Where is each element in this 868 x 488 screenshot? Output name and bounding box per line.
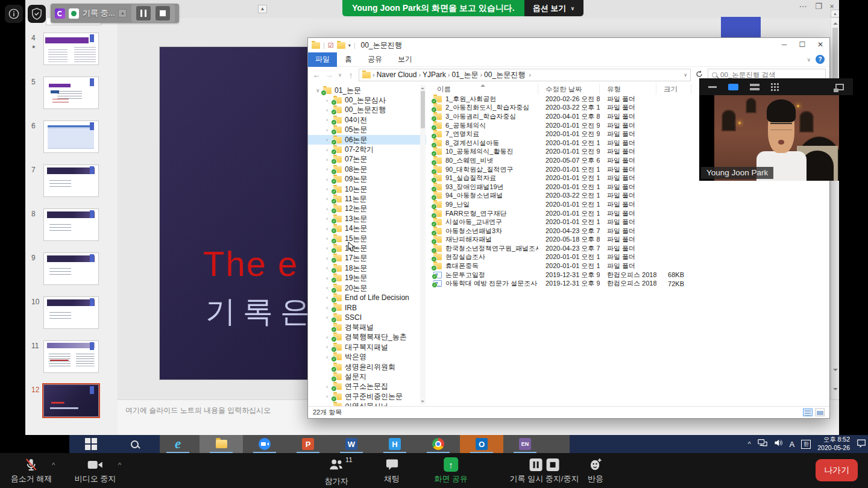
- share-screen-button[interactable]: ↑ 화면 공유: [434, 457, 468, 484]
- ppt-restore-icon[interactable]: ❐: [813, 2, 825, 11]
- tab-file[interactable]: 파일: [308, 52, 337, 67]
- tree-item[interactable]: › 13논문: [308, 214, 426, 224]
- scroll-down-icon[interactable]: [421, 401, 424, 404]
- taskbar-app-button[interactable]: P: [286, 435, 330, 453]
- tree-item[interactable]: › 00_논문심사: [308, 95, 426, 105]
- active-speaker-view-icon[interactable]: [728, 84, 738, 90]
- slide-thumbnail[interactable]: 7: [25, 162, 118, 206]
- tree-item[interactable]: › SSCI: [308, 313, 426, 322]
- stop-video-button[interactable]: 비디오 중지: [75, 457, 116, 484]
- file-row[interactable]: 휴대폰중독 2020-01-01 오전 10:01 파일 폴더: [430, 261, 829, 271]
- tree-scrollbar[interactable]: [420, 85, 426, 405]
- scrollbar-thumb[interactable]: [421, 91, 425, 128]
- explorer-titlebar[interactable]: | ☑ ▾ | 00_논문진행 ─ ☐ ✕: [308, 38, 829, 52]
- network-icon[interactable]: [758, 439, 767, 449]
- taskbar-app-button[interactable]: O: [460, 435, 503, 453]
- large-icons-view-icon[interactable]: [815, 408, 825, 416]
- file-row[interactable]: 현장실습조사 2020-01-01 오전 10:01 파일 폴더: [430, 253, 829, 262]
- address-dropdown-icon[interactable]: ∨: [684, 72, 687, 78]
- tree-item[interactable]: › End of Life Decision: [308, 293, 426, 302]
- close-button[interactable]: ✕: [811, 38, 829, 51]
- taskbar-app-button[interactable]: [243, 435, 286, 453]
- taskbar-app-button[interactable]: H: [373, 435, 417, 453]
- file-row[interactable]: 시설아동_교내연구 2020-01-01 오전 10:01 파일 폴더: [430, 217, 829, 227]
- stop-icon[interactable]: [547, 458, 559, 471]
- tree-item[interactable]: › 08논문: [308, 164, 426, 174]
- tree-item[interactable]: › 06논문: [308, 135, 426, 145]
- tree-item[interactable]: › 07-2학기: [308, 145, 426, 154]
- ribbon-pin-icon[interactable]: ▲: [258, 5, 267, 13]
- tree-item-root[interactable]: ∨ 01_논문: [308, 86, 426, 95]
- tree-item[interactable]: › IRB: [308, 303, 426, 313]
- pause-icon[interactable]: [530, 458, 542, 471]
- recent-locations-icon[interactable]: ∨: [337, 72, 343, 78]
- view-options-button[interactable]: 옵션 보기 ∨: [524, 0, 583, 16]
- taskbar-app-button[interactable]: [417, 435, 460, 453]
- slide-thumbnail[interactable]: 9: [25, 250, 118, 294]
- previous-slide-icon[interactable]: [833, 369, 838, 374]
- forward-icon[interactable]: →: [324, 70, 334, 80]
- tree-item[interactable]: › 04이전: [308, 115, 426, 125]
- column-header-name[interactable]: 이름: [430, 84, 538, 95]
- slide-thumbnail[interactable]: 6: [25, 118, 118, 162]
- action-center-icon[interactable]: [857, 439, 866, 450]
- qat-properties-icon[interactable]: ☑: [328, 42, 334, 49]
- file-row[interactable]: 94_아동청소년패널 2020-03-22 오전 10:38 파일 폴더: [430, 192, 829, 201]
- tree-item[interactable]: › 10논문: [308, 184, 426, 194]
- recording-control-button[interactable]: 기록 일시 중지/중지: [510, 457, 579, 484]
- stop-recording-icon[interactable]: [156, 6, 170, 20]
- tab-share[interactable]: 공유: [360, 54, 390, 64]
- tray-overflow-icon[interactable]: ^: [747, 440, 750, 448]
- file-row[interactable]: 아동청소년패널3차 2020-04-23 오후 7:31 파일 폴더: [430, 227, 829, 236]
- slide-thumbnail[interactable]: 8: [25, 206, 118, 250]
- column-header-type[interactable]: 유형: [600, 84, 656, 95]
- file-row[interactable]: 한국청소년정책연구원_패널조사 2020-04-23 오후 7:31 파일 폴더: [430, 244, 829, 253]
- help-icon[interactable]: ?: [816, 55, 825, 64]
- file-row[interactable]: 아동학대 예방 전문가 설문조사 설문지 2019-12-31 오후 9:58 …: [430, 279, 829, 288]
- scroll-up-icon[interactable]: [421, 86, 424, 89]
- tree-item[interactable]: › 00_논문진행: [308, 105, 426, 115]
- volume-icon[interactable]: [774, 439, 783, 449]
- next-slide-icon[interactable]: [833, 388, 838, 393]
- leave-meeting-button[interactable]: 나가기: [816, 459, 858, 481]
- file-row[interactable]: 재난피해자패널 2020-05-18 오후 8:07 파일 폴더: [430, 236, 829, 245]
- gallery-view-icon[interactable]: [771, 83, 779, 91]
- tab-view[interactable]: 보기: [390, 54, 420, 64]
- slide-thumbnail[interactable]: 11: [25, 338, 118, 382]
- details-view-icon[interactable]: [803, 408, 813, 416]
- slide-thumbnail[interactable]: 4: [25, 30, 118, 74]
- collapse-indicator-icon[interactable]: ▲: [118, 9, 127, 17]
- tree-item[interactable]: › 05논문: [308, 125, 426, 135]
- tree-item[interactable]: › 14논문: [308, 224, 426, 233]
- ppt-scrollbar[interactable]: [831, 18, 839, 399]
- tree-item[interactable]: › 생명윤리위원회: [308, 362, 426, 372]
- column-header-size[interactable]: 크기: [656, 84, 691, 95]
- slide-thumbnail[interactable]: 5: [25, 74, 118, 118]
- file-row[interactable]: 93_장애인패널19년 2020-01-01 오전 10:00 파일 폴더: [430, 183, 829, 192]
- breadcrumb-segment[interactable]: 01_논문: [450, 70, 480, 80]
- taskbar-clock[interactable]: 오후 8:52 2020-05-26: [817, 436, 850, 452]
- scrollbar-thumb[interactable]: [832, 28, 838, 81]
- ppt-more-icon[interactable]: ⋯: [797, 2, 809, 11]
- tree-item[interactable]: › 이영식목사님: [308, 402, 426, 407]
- tree-item[interactable]: › 경북패널: [308, 322, 426, 332]
- video-options-chevron-icon[interactable]: ^: [118, 461, 121, 469]
- tree-item[interactable]: › 18논문: [308, 263, 426, 273]
- file-row[interactable]: 99_난일 2020-01-01 오전 10:00 파일 폴더: [430, 200, 829, 209]
- tree-item[interactable]: › 연구준비중인논문: [308, 392, 426, 401]
- minimize-button[interactable]: ─: [775, 38, 793, 51]
- participants-button[interactable]: 11 참가자: [325, 457, 348, 487]
- up-icon[interactable]: ↑: [346, 70, 356, 80]
- unmute-button[interactable]: 음소거 해제: [11, 457, 52, 484]
- breadcrumb-segment[interactable]: 00_논문진행: [482, 70, 527, 80]
- taskbar-app-button[interactable]: EN: [503, 435, 547, 453]
- tree-item[interactable]: › 09논문: [308, 175, 426, 184]
- taskbar-app-button[interactable]: [69, 435, 113, 453]
- maximize-button[interactable]: ☐: [793, 38, 811, 51]
- chat-button[interactable]: 채팅: [384, 457, 400, 484]
- file-row[interactable]: 논문투고일정 2019-12-31 오후 9:58 한컴오피스 2018 ...…: [430, 271, 829, 280]
- ribbon-expand-icon[interactable]: ∨: [807, 57, 811, 63]
- tree-item[interactable]: › 대구복지패널: [308, 342, 426, 352]
- qat-newfolder-icon[interactable]: [337, 42, 345, 49]
- tree-item[interactable]: › 경북행복재단_농촌: [308, 333, 426, 342]
